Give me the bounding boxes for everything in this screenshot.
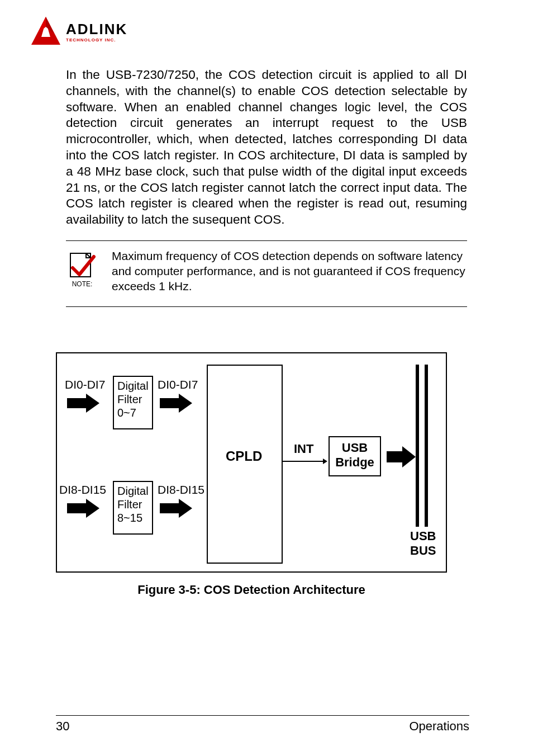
arrow-icon [67, 499, 101, 520]
box-digital-filter-8-15: Digital Filter 8~15 [113, 481, 153, 535]
label-di0-di7-in: DI0-DI7 [65, 378, 105, 391]
label-cpld: CPLD [226, 448, 262, 464]
diagram-cos-architecture: DI0-DI7 Digital Filter 0~7 DI0-DI7 DI8-D… [56, 352, 447, 573]
arrow-icon [160, 499, 193, 520]
label-di8-di15-out: DI8-DI15 [158, 483, 204, 497]
label-usb-bus: USB BUS [410, 529, 436, 559]
logo-text-main: ADLINK [66, 22, 127, 36]
usb-bus-line1: USB [410, 529, 436, 544]
svg-marker-7 [67, 499, 99, 518]
note-text: Maximum frequency of COS detection depen… [112, 249, 467, 294]
arrow-icon [387, 446, 417, 470]
arrow-icon [67, 394, 101, 415]
usb-bus-line2: BUS [410, 544, 436, 558]
label-di0-di7-out: DI0-DI7 [158, 378, 198, 391]
svg-marker-8 [160, 499, 192, 518]
note-label: NOTE: [66, 280, 98, 288]
page-number: 30 [56, 719, 69, 734]
usb-bridge-line2: Bridge [330, 455, 380, 470]
filter815-line1: Digital [117, 484, 149, 498]
svg-marker-5 [67, 394, 99, 413]
filter07-line1: Digital [117, 379, 149, 393]
footer-rule [56, 715, 469, 716]
filter815-line2: Filter [117, 498, 149, 511]
filter815-line3: 8~15 [117, 511, 149, 525]
label-di8-di15-in: DI8-DI15 [59, 483, 106, 497]
figure-caption: Figure 3-5: COS Detection Architecture [56, 583, 447, 597]
filter07-line3: 0~7 [117, 406, 149, 419]
note-icon-column: NOTE: [66, 249, 98, 288]
label-int: INT [294, 442, 313, 456]
note-block: NOTE: Maximum frequency of COS detection… [66, 240, 467, 307]
filter07-line2: Filter [117, 393, 149, 406]
svg-marker-11 [387, 446, 416, 467]
section-name: Operations [409, 719, 469, 734]
logo-mark-icon [29, 16, 63, 48]
box-cpld [207, 365, 283, 564]
usb-bridge-line1: USB [330, 441, 380, 455]
logo-text-sub: TECHNOLOGY INC. [66, 37, 127, 42]
note-checkmark-icon [68, 249, 96, 279]
arrow-int-icon [283, 457, 327, 467]
page-footer: 30 Operations [56, 719, 469, 734]
usb-bus-bars-icon [416, 365, 430, 527]
company-logo: ADLINK TECHNOLOGY INC. [29, 16, 127, 48]
box-usb-bridge: USB Bridge [329, 436, 381, 476]
arrow-icon [160, 394, 193, 415]
body-paragraph: In the USB-7230/7250, the COS detection … [66, 67, 467, 228]
svg-marker-6 [160, 394, 192, 413]
box-digital-filter-0-7: Digital Filter 0~7 [113, 376, 153, 429]
svg-marker-10 [323, 459, 327, 464]
